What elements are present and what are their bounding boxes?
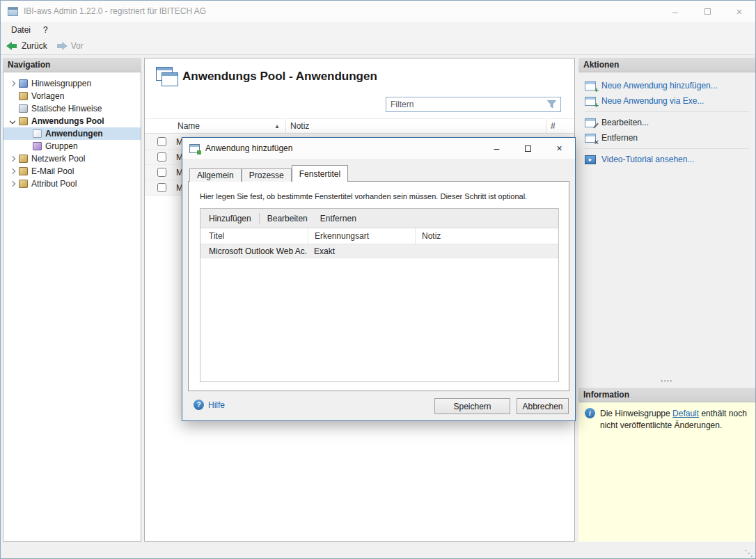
chevron-right-icon [10,181,15,187]
cancel-button[interactable]: Abbrechen [517,398,569,414]
dialog-maximize-button[interactable] [512,138,544,159]
list-row[interactable]: Microsoft Outlook Web Ac... Exakt [200,244,558,258]
chevron-down-icon [10,118,15,124]
filter-icon[interactable] [547,100,556,109]
dialog-minimize-button[interactable]: – [481,138,512,159]
column-header-count[interactable]: # [546,119,574,133]
dialog-title: Anwendung hinzufügen [205,143,292,153]
edit-title-button[interactable]: Bearbeiten [261,214,314,223]
column-header-notiz[interactable]: Notiz [415,228,558,244]
page-title: Anwendungs Pool - Anwendungen [182,70,377,84]
info-text-before: Die Hinweisgruppe [600,409,672,418]
menu-item-help[interactable]: ? [37,22,54,38]
action-edit[interactable]: Bearbeiten... [578,115,755,130]
anwendungen-icon [33,129,42,138]
chevron-right-icon [10,156,15,162]
tab-allgemein[interactable]: Allgemein [189,168,242,182]
chevron-right-icon [10,81,15,86]
chevron-right-icon [10,168,15,174]
dialog-close-button[interactable]: × [544,138,575,159]
hinweisgruppen-icon [19,79,28,88]
help-link[interactable]: ? Hilfe [194,400,225,410]
sidebar-item-hinweisgruppen[interactable]: Hinweisgruppen [3,77,141,90]
dialog-window-controls: – × [481,138,575,159]
delete-icon: × [594,139,599,146]
minimize-button[interactable]: – [659,1,691,22]
close-icon: × [556,143,562,154]
back-button[interactable]: Zurück [6,41,47,51]
row-checkbox[interactable] [157,152,166,162]
statusbar: ⋱ [1,546,755,558]
column-header-notiz[interactable]: Notiz [285,119,546,133]
save-button[interactable]: Speichern [434,398,510,414]
row-checkbox[interactable] [157,183,166,192]
tab-prozesse[interactable]: Prozesse [242,168,292,182]
toolbar: Zurück Vor [1,38,755,55]
information-header: Information [578,388,755,402]
resize-grip[interactable]: ⋱ [744,548,753,558]
action-remove[interactable]: × Entfernen [578,130,755,145]
dialog-titlebar: Anwendung hinzufügen – × [182,138,575,159]
navigation-tree: Hinweisgruppen Vorlagen Statische Hinwei… [3,72,141,542]
actions-panel: + Neue Anwendung hinzufügen... + Neue An… [578,72,755,167]
window-titles-list: Hinzufügen Bearbeiten Entfernen Titel Er… [200,208,559,382]
applications-icon [156,67,180,88]
filter-input[interactable] [386,100,547,109]
row-titel: Microsoft Outlook Web Ac... [200,246,308,256]
attribut-pool-icon [19,180,28,188]
row-checkbox[interactable] [157,168,166,177]
menu-item-datei[interactable]: Datei [5,22,37,38]
sidebar-item-label: Gruppen [45,141,78,151]
forward-button[interactable]: Vor [56,41,84,51]
sidebar-item-netzwerk-pool[interactable]: Netzwerk Pool [3,152,141,165]
name-column-label: Name [178,121,200,131]
default-link[interactable]: Default [672,409,699,418]
sidebar-item-anwendungs-pool[interactable]: Anwendungs Pool [3,115,141,127]
chevron-spacer [8,81,17,86]
play-icon: ▸ [589,157,592,163]
action-label: Neue Anwendung hinzufügen... [601,81,718,90]
app-window: IBI-aws Admin 1.22.0 - registriert für I… [0,0,756,559]
back-label: Zurück [22,41,47,51]
sidebar-item-label: Vorlagen [31,91,64,101]
dialog-tabs: Allgemein Prozesse Fenstertitel [189,166,348,182]
new-application-icon: + [585,81,596,90]
sidebar-item-email-pool[interactable]: E-Mail Pool [3,165,141,178]
column-header-erkennungsart[interactable]: Erkennungsart [308,228,415,244]
count-column-label: # [551,121,556,131]
actions-header: Aktionen [578,58,755,72]
add-title-button[interactable]: Hinzufügen [203,214,258,223]
action-label: Video-Tutorial ansehen... [601,155,694,164]
action-new-application[interactable]: + Neue Anwendung hinzufügen... [578,78,755,93]
close-button[interactable]: × [723,1,755,22]
action-label: Bearbeiten... [601,118,649,127]
toolbar-separator [259,213,260,223]
sidebar-item-label: Netzwerk Pool [31,154,85,164]
separator [585,111,749,112]
help-label: Hilfe [208,400,225,410]
pencil-icon [593,123,599,128]
chevron-spacer [8,157,17,161]
sidebar-item-vorlagen[interactable]: Vorlagen [3,90,141,102]
chevron-spacer [8,119,17,123]
maximize-button[interactable] [691,1,723,22]
sidebar-item-statische-hinweise[interactable]: Statische Hinweise [3,102,141,115]
vorlagen-icon [19,92,28,100]
sidebar-item-attribut-pool[interactable]: Attribut Pool [3,178,141,190]
row-checkbox[interactable] [157,137,166,146]
window-title: IBI-aws Admin 1.22.0 - registriert für I… [24,6,206,16]
column-header-name[interactable]: Name ▲ [175,119,285,133]
sidebar-item-gruppen[interactable]: Gruppen [3,140,141,152]
edit-icon [585,118,596,127]
action-new-application-exe[interactable]: + Neue Anwendung via Exe... [578,93,755,109]
remove-title-button[interactable]: Entfernen [314,214,363,223]
sidebar-item-anwendungen[interactable]: Anwendungen [3,127,141,140]
column-header-titel[interactable]: Titel [200,228,308,244]
sidebar-item-label: Hinweisgruppen [31,79,91,88]
tab-fenstertitel[interactable]: Fenstertitel [292,165,348,182]
panel-splitter[interactable]: ···· [578,378,755,386]
dialog-icon [189,144,200,153]
add-application-dialog: Anwendung hinzufügen – × Allgemein Proze… [182,137,576,421]
information-text: Die Hinweisgruppe Default enthält noch n… [600,408,749,432]
action-video-tutorial[interactable]: ▸ Video-Tutorial ansehen... [578,152,755,167]
